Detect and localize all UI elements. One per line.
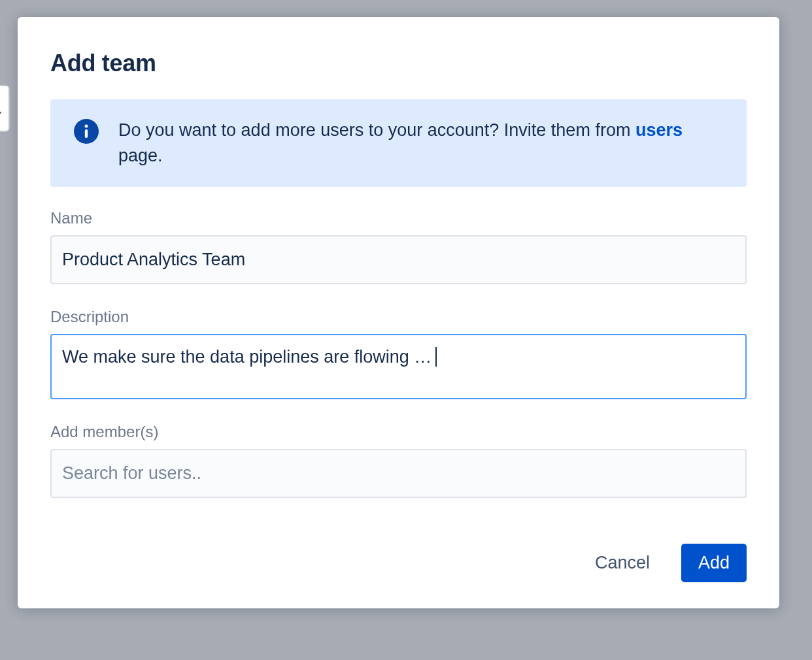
members-label: Add member(s) [50, 423, 747, 441]
cancel-button[interactable]: Cancel [578, 544, 667, 582]
info-text-before: Do you want to add more users to your ac… [118, 120, 635, 140]
modal-title: Add team [50, 50, 747, 77]
info-text-after: page. [118, 146, 163, 165]
add-team-modal: Add team Do you want to add more users t… [18, 17, 779, 608]
description-value: We make sure the data pipelines are flow… [62, 347, 431, 367]
description-input[interactable]: We make sure the data pipelines are flow… [50, 334, 747, 399]
info-text: Do you want to add more users to your ac… [118, 118, 728, 169]
members-field-group: Add member(s) [50, 423, 747, 498]
description-label: Description [50, 308, 747, 326]
info-banner: Do you want to add more users to your ac… [50, 99, 747, 187]
members-search-input[interactable] [50, 449, 747, 498]
info-icon [74, 119, 99, 144]
info-icon-wrap [74, 118, 99, 144]
svg-rect-3 [85, 129, 88, 138]
name-input[interactable] [50, 235, 747, 284]
name-label: Name [50, 209, 747, 227]
description-field-group: Description We make sure the data pipeli… [50, 308, 747, 399]
svg-point-2 [85, 125, 88, 128]
add-button[interactable]: Add [681, 544, 747, 582]
name-field-group: Name [50, 209, 747, 284]
button-row: Cancel Add [50, 544, 747, 582]
svg-line-1 [0, 110, 1, 114]
background-search-box [0, 85, 10, 132]
text-caret [435, 347, 437, 367]
users-link[interactable]: users [635, 120, 683, 140]
search-icon [0, 101, 3, 116]
